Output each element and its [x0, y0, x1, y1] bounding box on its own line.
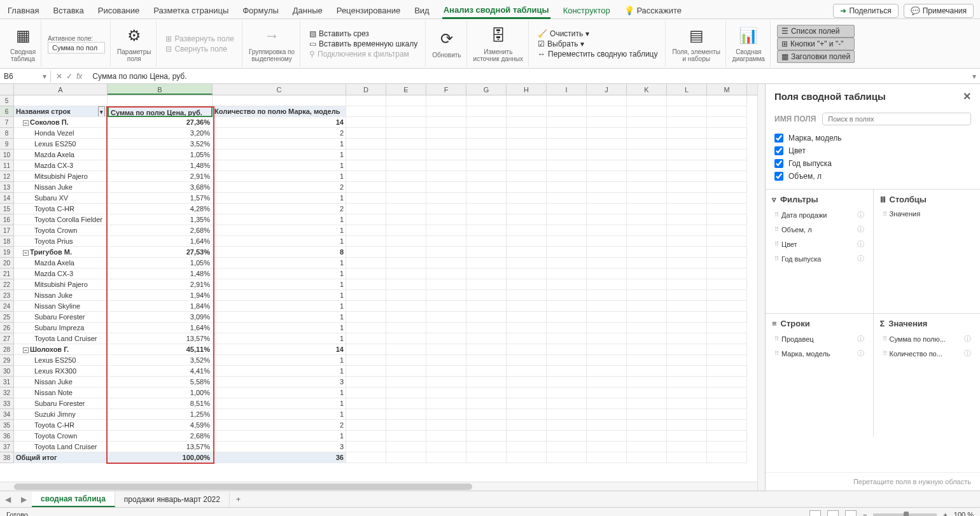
cell[interactable]: 1: [213, 333, 346, 344]
cell[interactable]: [667, 323, 707, 333]
cell[interactable]: [707, 128, 747, 139]
cell[interactable]: [346, 290, 386, 301]
cell[interactable]: [346, 452, 386, 463]
cell[interactable]: [667, 312, 707, 323]
cell[interactable]: [426, 323, 466, 333]
cell[interactable]: [426, 204, 466, 214]
add-sheet-button[interactable]: +: [230, 495, 247, 504]
cell[interactable]: [667, 279, 707, 290]
rows-area[interactable]: ≡Строки ⠿Продавецⓘ ⠿Марка, модельⓘ: [766, 313, 873, 437]
row-header[interactable]: 13: [0, 182, 14, 193]
cell[interactable]: [14, 95, 108, 106]
cell[interactable]: [386, 182, 426, 193]
cell[interactable]: [386, 387, 426, 398]
tab-draw[interactable]: Рисование: [97, 3, 141, 18]
cell[interactable]: [346, 258, 386, 268]
cell[interactable]: [507, 290, 547, 301]
cell[interactable]: 3: [213, 377, 346, 387]
horizontal-scrollbar[interactable]: [0, 482, 757, 491]
cell[interactable]: [466, 442, 507, 452]
cell[interactable]: [627, 171, 667, 182]
cell[interactable]: Lexus ES250: [14, 139, 108, 150]
row-header[interactable]: 5: [0, 95, 14, 106]
tab-insert[interactable]: Вставка: [52, 3, 85, 18]
cell[interactable]: [466, 95, 507, 106]
cell[interactable]: Nissan Juke: [14, 377, 108, 387]
field-checkbox[interactable]: [774, 134, 783, 143]
cell[interactable]: Названия строк▾: [14, 106, 108, 117]
info-icon[interactable]: ⓘ: [857, 334, 864, 344]
cell[interactable]: [386, 171, 426, 182]
cell[interactable]: [627, 268, 667, 279]
panel-close-icon[interactable]: ✕: [963, 90, 971, 102]
cell[interactable]: [426, 247, 466, 258]
row-pill[interactable]: ⠿Марка, модельⓘ: [772, 347, 867, 360]
cell[interactable]: Mazda Axela: [14, 258, 108, 268]
cell[interactable]: [466, 344, 507, 355]
cell[interactable]: [507, 106, 547, 117]
cell[interactable]: [547, 225, 587, 236]
cell[interactable]: 8,51%: [108, 398, 213, 409]
tab-data[interactable]: Данные: [291, 3, 324, 18]
col-header-A[interactable]: A: [14, 84, 108, 95]
cell[interactable]: [587, 214, 627, 225]
cell[interactable]: 1,25%: [108, 409, 213, 420]
cell[interactable]: Nissan Juke: [14, 290, 108, 301]
tab-review[interactable]: Рецензирование: [335, 3, 402, 18]
cell[interactable]: [507, 117, 547, 128]
cell[interactable]: [386, 398, 426, 409]
cell[interactable]: [587, 247, 627, 258]
cell[interactable]: [667, 247, 707, 258]
cell[interactable]: [627, 333, 667, 344]
cell[interactable]: [507, 355, 547, 366]
collapse-field-button[interactable]: ⊟Свернуть поле: [163, 44, 237, 54]
cell[interactable]: [587, 333, 627, 344]
cell[interactable]: 1: [213, 193, 346, 204]
cell[interactable]: Toyota Crown: [14, 225, 108, 236]
cell[interactable]: [587, 106, 627, 117]
filter-pill[interactable]: ⠿Цветⓘ: [772, 237, 867, 251]
info-icon[interactable]: ⓘ: [857, 254, 864, 263]
row-header[interactable]: 12: [0, 171, 14, 182]
row-header[interactable]: 14: [0, 193, 14, 204]
cell[interactable]: [627, 279, 667, 290]
row-header[interactable]: 10: [0, 150, 14, 160]
cell[interactable]: [466, 431, 507, 442]
cell[interactable]: 4,41%: [108, 366, 213, 377]
cell[interactable]: [707, 431, 747, 442]
cell[interactable]: 1: [213, 312, 346, 323]
cell[interactable]: [587, 398, 627, 409]
refresh-button[interactable]: ⟳ Обновить: [432, 29, 461, 59]
filter-pill[interactable]: ⠿Дата продажиⓘ: [772, 208, 867, 221]
cell[interactable]: 2,68%: [108, 225, 213, 236]
cell[interactable]: [707, 182, 747, 193]
cell[interactable]: [667, 420, 707, 431]
cell[interactable]: [547, 387, 587, 398]
cell[interactable]: [627, 344, 667, 355]
info-icon[interactable]: ⓘ: [857, 239, 864, 249]
cell[interactable]: [466, 398, 507, 409]
cell[interactable]: [426, 150, 466, 160]
cell[interactable]: [547, 258, 587, 268]
cell[interactable]: [667, 106, 707, 117]
cell[interactable]: [426, 420, 466, 431]
row-header[interactable]: 21: [0, 268, 14, 279]
cell[interactable]: 2,68%: [108, 431, 213, 442]
field-list-toggle[interactable]: ☰Список полей: [777, 25, 855, 38]
cell[interactable]: [547, 204, 587, 214]
cell[interactable]: 4,28%: [108, 204, 213, 214]
cell[interactable]: [426, 106, 466, 117]
clear-button[interactable]: 🧹Очистить ▾: [535, 29, 660, 39]
cell[interactable]: Mitsubishi Pajero: [14, 171, 108, 182]
view-page-layout-button[interactable]: [827, 510, 839, 517]
cell[interactable]: 3,68%: [108, 182, 213, 193]
fx-icon[interactable]: fx: [76, 72, 82, 81]
cell[interactable]: 3,09%: [108, 312, 213, 323]
cell[interactable]: −Соколов П.: [14, 117, 108, 128]
cell[interactable]: [627, 247, 667, 258]
cell[interactable]: 3: [213, 442, 346, 452]
cell[interactable]: 1: [213, 431, 346, 442]
info-icon[interactable]: ⓘ: [964, 349, 971, 358]
col-header-E[interactable]: E: [386, 84, 426, 95]
cell[interactable]: [667, 409, 707, 420]
